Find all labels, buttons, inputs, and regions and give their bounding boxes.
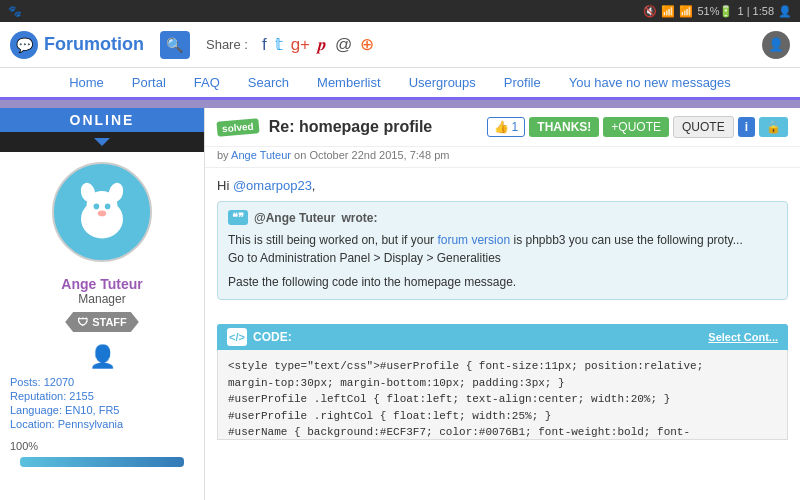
pinterest-share-icon[interactable]: 𝒑 — [318, 35, 327, 55]
thumbs-up-icon: 👍 — [494, 120, 509, 134]
twitter-share-icon[interactable]: 𝕥 — [275, 34, 283, 55]
menu-faq[interactable]: FAQ — [190, 75, 224, 90]
user-avatar-top: 👤 — [778, 5, 792, 18]
lock-button[interactable]: 🔒 — [759, 117, 788, 137]
menu-bar: Home Portal FAQ Search Memberlist Usergr… — [0, 68, 800, 100]
share-icons: f 𝕥 g+ 𝒑 @ ⊕ — [262, 34, 374, 55]
thanks-button[interactable]: THANKS! — [529, 117, 599, 137]
quote-wrote: wrote: — [341, 211, 377, 225]
post-meta: by Ange Tuteur on October 22nd 2015, 7:4… — [205, 147, 800, 168]
post-actions: 👍 1 THANKS! +QUOTE QUOTE i 🔒 — [487, 116, 788, 138]
posts-row: Posts: 12070 — [10, 376, 194, 388]
quote-button[interactable]: QUOTE — [673, 116, 734, 138]
user-stats: Posts: 12070 Reputation: 2155 Language: … — [0, 370, 204, 436]
select-content-link[interactable]: Select Cont... — [708, 331, 778, 343]
greeting-text: Hi — [217, 178, 233, 193]
post-author-link[interactable]: Ange Tuteur — [231, 149, 291, 161]
code-label: CODE: — [253, 330, 292, 344]
staff-label: STAFF — [92, 316, 127, 328]
reputation-row: Reputation: 2155 — [10, 390, 194, 402]
quote-line1-end: is phpbb3 you can use the following prot… — [510, 233, 743, 247]
code-icon: </> — [227, 328, 247, 346]
greeting-end: , — [312, 178, 316, 193]
logo-text: Forumotion — [44, 34, 144, 55]
online-triangle — [94, 138, 110, 146]
location-label: Location: — [10, 418, 55, 430]
menu-usergroups[interactable]: Usergroups — [405, 75, 480, 90]
menu-profile[interactable]: Profile — [500, 75, 545, 90]
progress-label: 100% — [10, 440, 38, 452]
user-icon-small: 👤 — [89, 344, 116, 369]
location-value: Pennsylvania — [58, 418, 123, 430]
main-content: solved Re: homepage profile 👍 1 THANKS! … — [205, 108, 800, 500]
code-line1: <style type="text/css">#userProfile { fo… — [228, 358, 777, 375]
progress-wrap: 100% — [0, 436, 204, 473]
top-bar: 🐾 🔇 📶 📶 51%🔋 1 | 1:58 👤 — [0, 0, 800, 22]
on-label: on — [294, 149, 309, 161]
post-body: Hi @omarpop23, ❝❞ @Ange Tuteur wrote: Th… — [205, 168, 800, 318]
code-line3: #userProfile .leftCol { float:left; text… — [228, 391, 777, 408]
sidebar-rank: Manager — [78, 292, 125, 306]
quote-box: ❝❞ @Ange Tuteur wrote: This is still bei… — [217, 201, 788, 300]
like-count: 1 — [512, 120, 519, 134]
avatar-small: 👤 — [89, 344, 116, 370]
location-row: Location: Pennsylvania — [10, 418, 194, 430]
post-header: solved Re: homepage profile 👍 1 THANKS! … — [205, 108, 800, 147]
facebook-share-icon[interactable]: f — [262, 35, 267, 55]
battery-label: 51%🔋 — [697, 5, 733, 18]
language-value: EN10, FR5 — [65, 404, 119, 416]
quote-icon: ❝❞ — [228, 210, 248, 225]
code-line4: #userProfile .rightCol { float:left; wid… — [228, 408, 777, 425]
menu-portal[interactable]: Portal — [128, 75, 170, 90]
info-button[interactable]: i — [738, 117, 755, 137]
nav-bar: 💬 Forumotion 🔍 Share : f 𝕥 g+ 𝒑 @ ⊕ 👤 — [0, 22, 800, 68]
code-line2: margin-top:30px; margin-bottom:10px; pad… — [228, 375, 777, 392]
menu-home[interactable]: Home — [65, 75, 108, 90]
logo[interactable]: 💬 Forumotion — [10, 31, 144, 59]
mute-icon: 🔇 — [643, 5, 657, 18]
posts-value: 12070 — [44, 376, 75, 388]
code-line5: #userName { background:#ECF3F7; color:#0… — [228, 424, 777, 440]
menu-search[interactable]: Search — [244, 75, 293, 90]
quote-line3: Paste the following code into the homepa… — [228, 273, 777, 291]
quote-line1: This is still being worked on, but if yo… — [228, 231, 777, 249]
wifi-icon: 📶 — [661, 5, 675, 18]
logo-icon: 💬 — [10, 31, 38, 59]
share-label: Share : — [206, 37, 248, 52]
reputation-value: 2155 — [69, 390, 93, 402]
shield-icon: 🛡 — [77, 316, 88, 328]
menu-messages[interactable]: You have no new messages — [565, 75, 735, 90]
quote-text: This is still being worked on, but if yo… — [228, 231, 777, 291]
code-section: </> CODE: Select Cont... <style type="te… — [217, 324, 788, 440]
by-label: by — [217, 149, 229, 161]
mention-user[interactable]: @omarpop23 — [233, 178, 312, 193]
online-badge: ONLINE — [0, 108, 204, 132]
staff-badge: 🛡 STAFF — [65, 312, 139, 332]
code-body: <style type="text/css">#userProfile { fo… — [217, 350, 788, 440]
googleplus-share-icon[interactable]: g+ — [291, 35, 310, 55]
avatar-top-right: 👤 — [762, 31, 790, 59]
svg-point-4 — [94, 204, 100, 210]
quote-author: @Ange Tuteur — [254, 211, 335, 225]
nav-search-button[interactable]: 🔍 — [160, 31, 190, 59]
post-date: October 22nd 2015, 7:48 pm — [309, 149, 449, 161]
svg-point-6 — [98, 211, 106, 217]
purple-divider — [0, 100, 800, 108]
user-avatar-image — [67, 177, 137, 247]
solved-badge: solved — [216, 118, 259, 137]
svg-point-5 — [105, 204, 111, 210]
sidebar-username: Ange Tuteur — [61, 276, 142, 292]
signal-icon: 📶 — [679, 5, 693, 18]
content-area: ONLINE Ange Tuteur Manager 🛡 STAFF 👤 — [0, 108, 800, 500]
post-title: Re: homepage profile — [269, 118, 433, 136]
plus-quote-button[interactable]: +QUOTE — [603, 117, 669, 137]
rss-share-icon[interactable]: ⊕ — [360, 34, 374, 55]
like-button[interactable]: 👍 1 — [487, 117, 526, 137]
app-icon: 🐾 — [8, 5, 22, 18]
email-share-icon[interactable]: @ — [335, 35, 352, 55]
posts-label: Posts: — [10, 376, 41, 388]
online-bar — [0, 132, 204, 152]
forum-version-link[interactable]: forum version — [437, 233, 510, 247]
code-header: </> CODE: Select Cont... — [217, 324, 788, 350]
menu-memberlist[interactable]: Memberlist — [313, 75, 385, 90]
